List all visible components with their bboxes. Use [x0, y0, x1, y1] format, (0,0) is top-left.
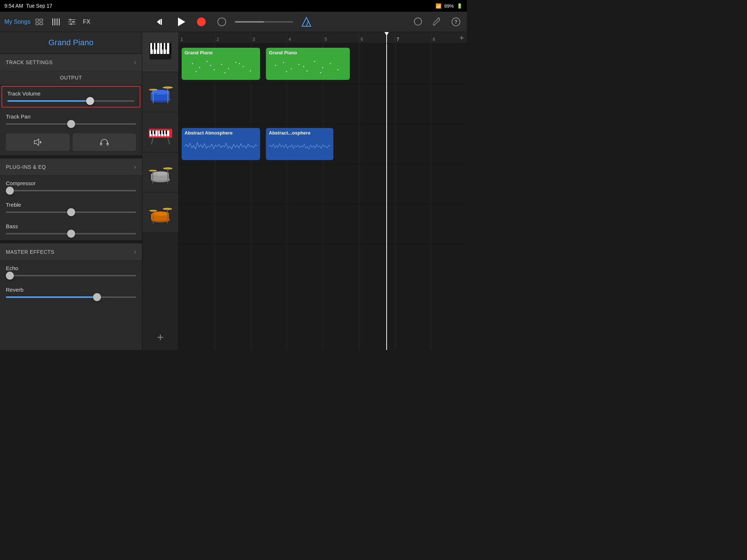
svg-point-73 — [151, 173, 157, 175]
loop-button[interactable] — [214, 15, 229, 29]
chat-button[interactable] — [411, 15, 425, 28]
wrench-button[interactable] — [430, 15, 444, 28]
compressor-slider[interactable] — [6, 190, 136, 191]
playhead — [386, 32, 387, 43]
svg-rect-38 — [155, 43, 157, 50]
atmosphere-region-2-title: Abstract...osphere — [269, 130, 330, 136]
status-bar: 9:54 AM Tue Sep 17 📶 89% 🔋 — [0, 0, 467, 12]
piano-region-2[interactable]: Grand Piano — [266, 48, 350, 80]
svg-rect-59 — [167, 131, 169, 136]
timeline-row-drums2 — [179, 164, 467, 204]
my-songs-button[interactable]: My Songs — [4, 19, 30, 25]
svg-marker-19 — [302, 18, 311, 26]
master-effects-label: MASTER EFFECTS — [6, 249, 54, 255]
chat-icon — [413, 17, 423, 27]
rewind-icon — [155, 17, 166, 27]
atmosphere-region-1[interactable]: Abstract Atmosphere — [182, 128, 260, 160]
atmosphere-region-2[interactable]: Abstract...osphere — [266, 128, 333, 160]
eq-button[interactable] — [65, 15, 78, 28]
mixer-button[interactable] — [49, 15, 62, 28]
mute-button[interactable] — [6, 133, 70, 151]
track-item-piano[interactable] — [142, 32, 178, 72]
output-label: OUTPUT — [0, 71, 142, 85]
atmosphere-region-1-title: Abstract Atmosphere — [185, 130, 257, 136]
svg-point-11 — [70, 19, 71, 20]
timeline-ruler: 1 2 3 4 5 6 7 8 + — [179, 32, 467, 44]
track-item-drums2[interactable] — [142, 152, 178, 192]
ruler-mark-2: 2 — [215, 32, 251, 42]
master-volume-slider[interactable] — [235, 21, 293, 23]
svg-rect-6 — [57, 18, 58, 26]
drums3-instrument-icon — [148, 200, 173, 225]
timeline-row-piano: Grand Piano — [179, 44, 467, 84]
ruler-mark-3: 3 — [251, 32, 287, 42]
track-pan-label: Track Pan — [6, 113, 136, 120]
track-controls-row — [0, 131, 142, 155]
piano-region-2-title: Grand Piano — [269, 50, 347, 55]
svg-rect-63 — [163, 131, 164, 134]
track-settings-row[interactable]: TRACK SETTINGS › — [0, 54, 142, 71]
treble-slider[interactable] — [6, 211, 136, 213]
metronome-button[interactable] — [299, 15, 314, 29]
plugins-eq-label: PLUG-INS & EQ — [6, 164, 46, 170]
fx-button[interactable]: FX — [81, 17, 92, 27]
timeline-row-keyboard: Abstract Atmosphere Abstract...osphere — [179, 124, 467, 164]
track-settings-chevron: › — [134, 59, 136, 66]
svg-rect-62 — [160, 131, 161, 134]
echo-slider[interactable] — [6, 275, 136, 276]
add-track-button[interactable]: + — [157, 331, 164, 344]
track-volume-slider[interactable] — [7, 100, 135, 102]
divider-2 — [0, 240, 142, 243]
compressor-label: Compressor — [6, 180, 136, 186]
ruler-mark-4: 4 — [287, 32, 323, 42]
svg-rect-64 — [166, 131, 167, 134]
track-item-drums1[interactable] — [142, 72, 178, 112]
battery-icon: 🔋 — [457, 3, 462, 9]
ruler-mark-6: 6 — [359, 32, 395, 42]
top-toolbar: My Songs — [0, 12, 467, 32]
rewind-button[interactable] — [153, 15, 168, 29]
svg-line-65 — [151, 138, 153, 144]
ruler-mark-7: 7 — [395, 32, 431, 42]
timeline-tracks: Grand Piano — [179, 44, 467, 350]
track-item-keyboard[interactable] — [142, 112, 178, 152]
svg-line-66 — [168, 138, 170, 144]
divider-1 — [0, 155, 142, 158]
track-item-drums3[interactable] — [142, 192, 178, 233]
svg-text:?: ? — [454, 19, 458, 25]
svg-rect-3 — [40, 23, 43, 25]
timeline-row-drums3 — [179, 204, 467, 244]
headphones-icon — [100, 138, 109, 147]
record-button[interactable] — [194, 15, 209, 29]
bass-slider[interactable] — [6, 233, 136, 234]
atmosphere-region-1-waveform — [185, 137, 257, 155]
svg-rect-7 — [59, 18, 60, 26]
plugins-eq-row[interactable]: PLUG-INS & EQ › — [0, 158, 142, 176]
mixer-icon — [51, 17, 61, 27]
master-effects-row[interactable]: MASTER EFFECTS › — [0, 243, 142, 261]
echo-label: Echo — [6, 265, 136, 271]
piano-region-1[interactable]: Grand Piano — [182, 48, 260, 80]
svg-rect-55 — [155, 131, 158, 136]
metronome-icon — [301, 17, 311, 27]
play-button[interactable] — [174, 15, 188, 29]
reverb-slider[interactable] — [6, 296, 136, 298]
svg-rect-61 — [154, 131, 155, 134]
help-button[interactable]: ? — [449, 15, 462, 28]
treble-section: Treble — [0, 197, 142, 219]
tracks-view-button[interactable] — [33, 15, 46, 28]
headphones-button[interactable] — [73, 133, 136, 151]
track-list: + — [142, 32, 179, 350]
track-name: Grand Piano — [49, 38, 94, 47]
timeline-add-button[interactable]: + — [459, 33, 464, 43]
timeline-row-drums1 — [179, 84, 467, 124]
drums2-instrument-icon — [148, 160, 173, 185]
track-settings-label: TRACK SETTINGS — [6, 59, 53, 65]
track-pan-section: Track Pan — [0, 109, 142, 131]
track-pan-slider[interactable] — [6, 123, 136, 125]
svg-point-18 — [218, 18, 226, 26]
bass-section: Bass — [0, 219, 142, 240]
drums1-instrument-icon — [148, 79, 173, 105]
svg-rect-60 — [151, 131, 152, 134]
echo-section: Echo — [0, 261, 142, 282]
